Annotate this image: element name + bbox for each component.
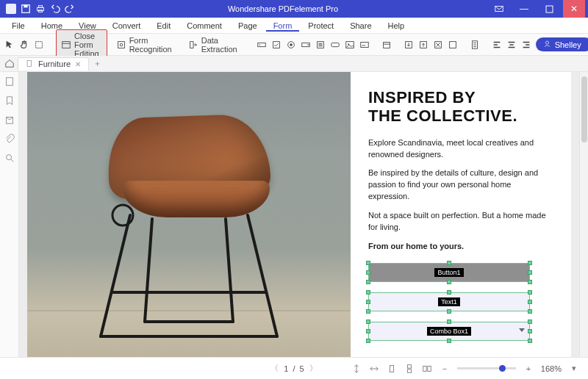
attachments-icon[interactable] — [4, 134, 15, 144]
menu-protect[interactable]: Protect — [301, 20, 341, 32]
data-extraction-button[interactable]: Data Extraction — [184, 35, 245, 55]
svg-point-29 — [545, 41, 548, 44]
reset-tool-icon[interactable] — [433, 38, 443, 51]
search-icon[interactable] — [4, 153, 15, 163]
document-tab[interactable]: Furniture ✕ — [18, 57, 89, 71]
vertical-scrollbar[interactable] — [579, 72, 588, 357]
document-page: INSPIRED BY THE COLLECTIVE. Explore Scan… — [27, 72, 571, 357]
two-page-icon[interactable] — [422, 364, 432, 374]
continuous-page-icon[interactable] — [404, 364, 415, 374]
page-sep: / — [293, 364, 295, 373]
menu-file[interactable]: File — [4, 20, 32, 32]
date-tool-icon[interactable] — [381, 38, 392, 51]
next-page-icon[interactable]: 〉 — [309, 364, 319, 374]
fit-vertical-icon[interactable] — [351, 364, 362, 374]
document-image — [27, 72, 351, 357]
svg-rect-10 — [118, 41, 124, 48]
scrollbar-thumb[interactable] — [581, 76, 587, 142]
more-tool-icon[interactable] — [448, 38, 458, 51]
form-combo-field[interactable]: Combo Box1 — [368, 322, 530, 341]
svg-rect-14 — [273, 41, 279, 48]
svg-rect-12 — [190, 41, 193, 48]
radio-tool-icon[interactable] — [286, 38, 296, 51]
heading: INSPIRED BY THE COLLECTIVE. — [368, 88, 553, 126]
titlebar: Wondershare PDFelement Pro — ✕ — [0, 0, 588, 18]
svg-line-34 — [101, 215, 130, 336]
zoom-slider[interactable] — [457, 367, 516, 369]
save-icon[interactable] — [21, 4, 31, 14]
svg-line-36 — [145, 219, 152, 322]
svg-point-16 — [290, 43, 293, 46]
zoom-dropdown-icon[interactable]: ▾ — [569, 364, 579, 374]
fit-horizontal-icon[interactable] — [369, 364, 379, 374]
text-field-tool-icon[interactable] — [257, 38, 267, 51]
form-combo-label: Combo Box1 — [427, 327, 471, 336]
bookmarks-icon[interactable] — [4, 95, 15, 106]
svg-point-11 — [120, 43, 123, 46]
form-text-label: Text1 — [438, 297, 460, 306]
pointer-icon[interactable] — [4, 38, 15, 51]
menu-help[interactable]: Help — [381, 20, 412, 32]
form-button-field[interactable]: Button1 — [368, 263, 530, 282]
svg-rect-23 — [383, 42, 390, 48]
align-right-icon[interactable] — [521, 38, 531, 51]
select-text-icon[interactable] — [34, 38, 44, 51]
form-toolbar: Close Form Editing Form Recognition Data… — [0, 34, 588, 56]
svg-rect-45 — [423, 366, 426, 371]
form-edit-icon — [61, 38, 71, 51]
button-tool-icon[interactable] — [330, 38, 340, 51]
page-area[interactable]: INSPIRED BY THE COLLECTIVE. Explore Scan… — [19, 72, 579, 357]
prev-page-icon[interactable]: 〈 — [269, 364, 279, 374]
menu-form[interactable]: Form — [266, 20, 300, 32]
svg-rect-27 — [449, 41, 456, 48]
print-icon[interactable] — [35, 4, 46, 14]
export-tool-icon[interactable] — [418, 38, 429, 51]
svg-rect-7 — [546, 6, 553, 12]
tab-doc-icon — [26, 59, 34, 69]
minimize-button[interactable]: — — [513, 0, 535, 18]
menu-convert[interactable]: Convert — [105, 20, 148, 32]
listbox-tool-icon[interactable] — [315, 38, 326, 51]
zoom-in-icon[interactable]: + — [523, 364, 534, 374]
properties-tool-icon[interactable] — [470, 38, 480, 51]
close-button[interactable]: ✕ — [563, 0, 585, 18]
svg-rect-43 — [407, 364, 411, 367]
redo-icon[interactable] — [65, 4, 75, 14]
align-left-icon[interactable] — [492, 38, 502, 51]
svg-rect-0 — [6, 4, 16, 14]
align-center-icon[interactable] — [506, 38, 517, 51]
import-tool-icon[interactable] — [404, 38, 414, 51]
zoom-out-icon[interactable]: − — [440, 364, 450, 374]
svg-rect-31 — [6, 78, 12, 86]
image-tool-icon[interactable] — [345, 38, 355, 51]
combobox-tool-icon[interactable] — [301, 38, 311, 51]
svg-point-33 — [6, 155, 11, 160]
menu-edit[interactable]: Edit — [149, 20, 178, 32]
checkbox-tool-icon[interactable] — [271, 38, 282, 51]
chevron-down-icon — [519, 328, 525, 332]
tab-close-icon[interactable]: ✕ — [75, 60, 81, 68]
sidebar — [0, 72, 19, 357]
maximize-button[interactable] — [538, 0, 560, 18]
new-tab-icon[interactable]: ＋ — [93, 58, 101, 69]
home-tab-icon[interactable] — [4, 58, 15, 68]
heading-line1: INSPIRED BY — [368, 88, 476, 107]
zoom-slider-knob[interactable] — [499, 365, 506, 372]
thumbnails-icon[interactable] — [4, 76, 15, 87]
form-recognition-button[interactable]: Form Recognition — [112, 35, 179, 55]
window-title: Wondershare PDFelement Pro — [81, 4, 485, 13]
menu-comment[interactable]: Comment — [179, 20, 229, 32]
svg-rect-46 — [428, 366, 431, 371]
user-badge[interactable]: Shelley — [536, 37, 588, 51]
tabstrip: Furniture ✕ ＋ — [0, 56, 588, 72]
form-text-field[interactable]: Text1 — [368, 292, 530, 311]
single-page-icon[interactable] — [387, 364, 397, 374]
mail-icon[interactable] — [488, 0, 510, 18]
hand-icon[interactable] — [19, 38, 29, 51]
undo-icon[interactable] — [50, 4, 60, 14]
menu-share[interactable]: Share — [343, 20, 379, 32]
menu-page[interactable]: Page — [231, 20, 265, 32]
heading-line2: THE COLLECTIVE. — [368, 107, 517, 125]
comments-icon[interactable] — [4, 115, 15, 125]
signature-tool-icon[interactable] — [359, 38, 370, 51]
